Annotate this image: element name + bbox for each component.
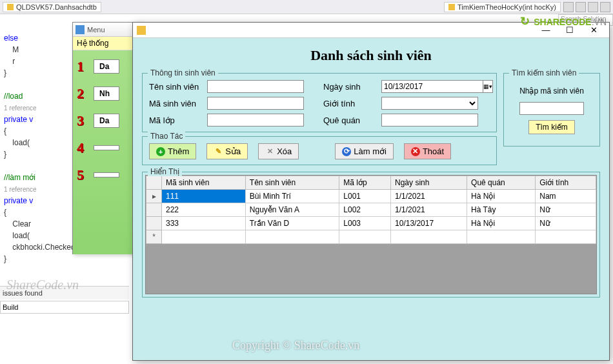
input-ngay[interactable] — [381, 80, 483, 93]
add-button[interactable]: +Thêm — [149, 143, 196, 159]
plus-icon: + — [156, 147, 165, 156]
label-que: Quê quán — [323, 116, 381, 125]
toolbar-icons — [563, 2, 610, 12]
grid-group: Hiển Thị Mã sinh viên Tên sinh viên Mã l… — [142, 172, 600, 298]
input-ten[interactable] — [207, 80, 304, 93]
label-ngay: Ngày sinh — [323, 82, 381, 92]
menu-btn-2[interactable]: Nh — [94, 86, 119, 101]
select-gioi[interactable] — [381, 97, 478, 110]
row-indicator-icon: ▸ — [146, 190, 162, 203]
pencil-icon: ✎ — [214, 147, 223, 156]
tool-icon[interactable] — [600, 2, 610, 12]
sharecode-logo: SHARECODE.VN — [520, 14, 607, 28]
label-lop: Mã lớp — [149, 116, 207, 125]
student-info-group: Thông tin sinh viên Tên sinh viên Mã sin… — [142, 73, 497, 132]
exit-icon: ✕ — [411, 147, 420, 156]
dialog-heading: Danh sách sinh viên — [142, 47, 600, 64]
breadcrumb-class[interactable]: QLDSVK57.Danhsachdtb — [3, 2, 101, 12]
input-lop[interactable] — [207, 114, 304, 126]
label-ma: Mã sinh viên — [149, 99, 207, 108]
build-bar: Build — [0, 301, 129, 314]
actions-group: Thao Tác +Thêm ✎Sửa ✕Xóa ⟳Làm mới ✕Thoát — [142, 136, 497, 165]
delete-button[interactable]: ✕Xóa — [258, 143, 299, 159]
table-row[interactable]: 222 Nguyễn Văn A L002 1/1/2021 Hà Tây Nữ — [146, 203, 596, 217]
input-que[interactable] — [381, 114, 478, 126]
tool-icon[interactable] — [563, 2, 574, 12]
search-group: Tìm kiếm sinh viên Nhập mã sinh viên Tìm… — [503, 73, 600, 147]
label-gioi: Giới tính — [323, 99, 381, 108]
calendar-icon[interactable]: ▦▾ — [483, 80, 493, 93]
refresh-button[interactable]: ⟳Làm mới — [335, 143, 394, 159]
breadcrumb-method[interactable]: TimKiemTheoHocKy(int hocKy) — [444, 2, 561, 12]
exit-button[interactable]: ✕Thoát — [404, 143, 451, 159]
label-ten: Tên sinh viên — [149, 82, 207, 92]
app-icon — [137, 26, 146, 35]
menu-btn-5[interactable] — [94, 172, 119, 177]
table-row[interactable]: ▸ 111 Bùi Minh Trí L001 1/1/2021 Hà Nội … — [146, 190, 596, 203]
menu-btn-4[interactable] — [94, 145, 119, 150]
menu-btn-3[interactable]: Da — [94, 114, 119, 128]
search-label: Nhập mã sinh viên — [514, 86, 589, 96]
x-icon: ✕ — [265, 147, 274, 156]
tool-icon[interactable] — [588, 2, 598, 12]
student-grid[interactable]: Mã sinh viên Tên sinh viên Mã lớp Ngày s… — [146, 176, 596, 244]
table-row[interactable]: 333 Trần Văn D L003 10/13/2017 Hà Nội Nữ — [146, 217, 596, 230]
watermark: ShareCode.vn — [6, 278, 79, 292]
menu-btn-1[interactable]: Da — [94, 59, 119, 74]
input-ma[interactable] — [207, 97, 304, 110]
search-input[interactable] — [519, 102, 584, 115]
refresh-icon: ⟳ — [342, 147, 351, 156]
search-button[interactable]: Tìm kiếm — [528, 120, 575, 134]
new-row[interactable]: * — [146, 230, 596, 244]
student-dialog: — ☐ ✕ Danh sách sinh viên Thông tin sinh… — [132, 22, 610, 361]
vs-toolbar: QLDSVK57.Danhsachdtb TimKiemTheoHocKy(in… — [0, 0, 613, 14]
edit-button[interactable]: ✎Sửa — [206, 143, 248, 159]
watermark-copyright: Copyright © ShareCode.vn — [232, 339, 359, 352]
tool-icon[interactable] — [576, 2, 586, 12]
